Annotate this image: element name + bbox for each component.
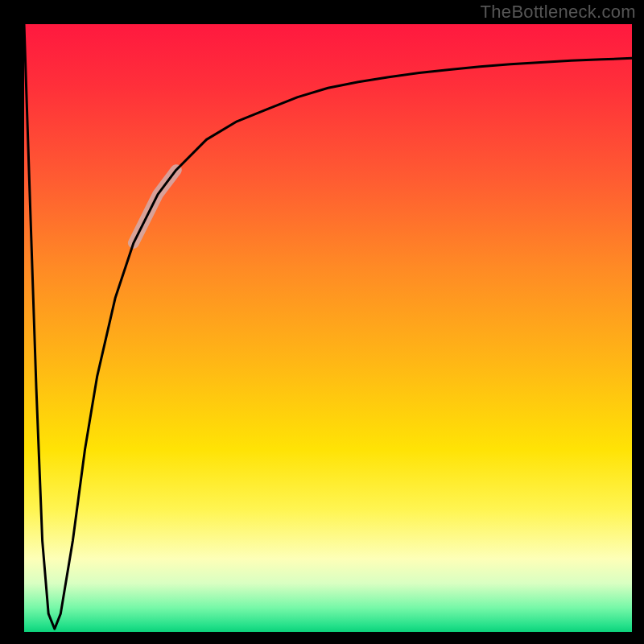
- curve-svg: [24, 24, 632, 632]
- plot-area: [24, 24, 632, 632]
- watermark-text: TheBottleneck.com: [481, 2, 636, 23]
- bottleneck-curve: [24, 24, 632, 629]
- chart-frame: TheBottleneck.com: [0, 0, 644, 644]
